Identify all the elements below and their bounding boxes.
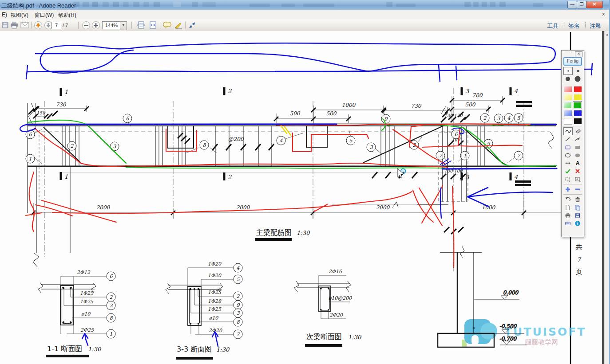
new-document-icon [565,204,571,211]
tool-arrow[interactable] [574,136,582,143]
text-icon: A [576,160,580,166]
titlebar[interactable]: 二级结构.pdf - Adobe Reader — ❐ ✕ [0,0,610,10]
ghost-icon [482,2,487,7]
tool-ellipse-filled[interactable] [574,152,582,159]
print-button[interactable] [10,21,19,30]
fit-width-button[interactable] [148,21,157,30]
annotation-palette: ✕ Fertig [561,50,584,237]
tool-save[interactable] [574,212,582,219]
comment-bubble-button[interactable] [162,21,171,30]
toolbar-separator [185,22,186,29]
color-light-yellow[interactable] [564,94,572,101]
minimize-button[interactable]: — [567,1,577,8]
pen-size-4[interactable] [574,75,582,82]
ghost-icon [386,2,392,7]
toolbar-separator [78,22,79,29]
menu-help[interactable]: 帮助(H) [58,12,76,19]
ghost-icon [113,2,119,7]
freehand-icon [565,128,571,134]
minus-circle-icon [82,21,91,30]
undo-icon [565,196,571,203]
zoom-in-button[interactable] [91,21,100,30]
color-light-red[interactable] [564,86,572,93]
window-title: 二级结构.pdf - Adobe Reader [1,2,76,10]
tool-zoom-in[interactable] [564,186,572,193]
comment-tab[interactable]: 注释 [590,22,601,30]
minus-icon [574,186,581,192]
cross-icon [574,168,581,174]
close-button[interactable]: ✕ [586,1,603,8]
zoom-out-button[interactable] [82,21,91,30]
scroll-mode-button[interactable] [137,21,146,30]
color-green[interactable] [573,101,582,109]
ghost-icon [533,3,543,7]
tool-snapshot[interactable] [564,176,572,183]
menu-window[interactable]: 窗口(W) [35,12,54,19]
pen-size-1[interactable] [563,67,573,75]
tool-eraser[interactable] [574,128,582,135]
toolbar: 7 / 7 144% ▼ 工具 签名 注释 [0,20,610,31]
tool-double-arrow[interactable] [564,160,572,167]
ghost-icon [473,2,479,7]
restore-button[interactable]: ❐ [577,1,586,8]
tool-undo[interactable] [564,196,572,203]
sign-tab[interactable]: 签名 [568,22,580,30]
floppy-icon [1,21,10,30]
color-red[interactable] [574,86,582,93]
tool-delete[interactable] [574,196,582,203]
rectangle-icon [565,144,571,150]
tool-print[interactable] [564,212,572,219]
tool-ellipse-outline[interactable] [564,152,572,159]
menu-file-partial[interactable]: E) [2,12,7,18]
ghost-text [281,4,295,7]
tool-new-page[interactable] [564,204,572,211]
color-white[interactable] [564,117,572,125]
ghost-text [396,4,416,7]
color-black[interactable] [574,117,582,125]
info-icon: i [574,220,581,227]
tool-rect-filled[interactable] [574,144,582,151]
save-button[interactable] [1,21,10,30]
zoom-dropdown-button[interactable]: ▼ [120,21,127,30]
toolbar-separator [31,22,32,29]
tool-cross[interactable] [574,168,582,175]
tool-zoom-out[interactable] [574,186,582,193]
fullscreen-button[interactable] [188,21,197,30]
filled-rectangle-icon [574,144,581,150]
pen-size-3[interactable] [564,75,572,82]
palette-close-icon[interactable]: ✕ [575,51,582,57]
tools-tab[interactable]: 工具 [547,22,559,30]
tool-whiteboard[interactable] [564,220,572,227]
pen-size-2[interactable] [574,67,582,74]
filled-ellipse-icon [574,152,581,158]
color-yellow[interactable] [574,94,582,101]
pdf-page-canvas[interactable] [0,31,602,364]
tool-freehand[interactable] [563,127,573,135]
color-light-blue[interactable] [564,110,572,117]
previous-page-button[interactable] [34,21,43,30]
email-button[interactable] [20,21,29,30]
tool-check[interactable] [564,168,572,175]
ghost-text [250,4,270,7]
save-icon [574,212,581,219]
color-blue[interactable] [574,110,582,117]
tool-zoom-box[interactable] [574,176,582,183]
menubar-close-icon[interactable]: x [602,11,605,16]
toolbar-separator [160,22,160,29]
page-number-input[interactable]: 7 [51,22,61,29]
ghost-icon [133,2,139,7]
signature-pen-icon [174,21,184,30]
tool-copy[interactable] [574,204,582,211]
ghost-icon [202,2,216,7]
done-button[interactable]: Fertig [563,57,582,66]
sign-button[interactable] [174,21,183,30]
tool-text[interactable]: A [574,160,582,167]
tool-rect-outline[interactable] [564,144,572,151]
color-light-green[interactable] [563,102,572,109]
toolbar-separator [564,22,565,28]
up-arrow-icon [34,21,43,30]
tool-line[interactable] [564,136,572,143]
tool-info[interactable]: i [574,220,582,227]
zoom-level-input[interactable]: 144% [102,21,121,29]
menu-view[interactable]: 视图(V) [11,12,28,19]
